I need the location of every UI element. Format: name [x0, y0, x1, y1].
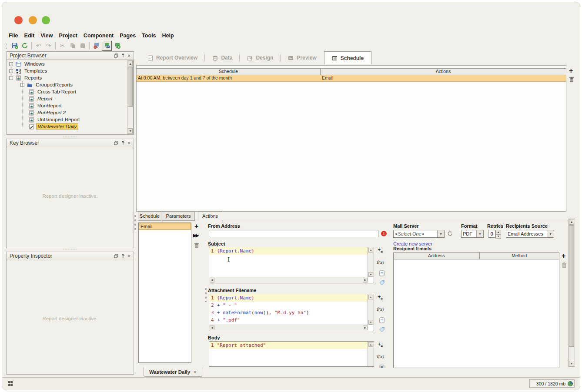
tree-item-templates[interactable]: + Templates: [7, 67, 127, 74]
action-list[interactable]: Email: [138, 223, 191, 363]
expression-doc-icon[interactable]: [378, 270, 386, 276]
comm-off-button[interactable]: [92, 41, 101, 50]
editor-vscrollbar[interactable]: ▲ ▼: [368, 294, 374, 325]
menu-file[interactable]: File: [9, 32, 22, 40]
tree-item-groupedreports[interactable]: + GroupedReports: [7, 81, 127, 88]
editor-vscrollbar[interactable]: ▲: [368, 342, 374, 366]
tree-item-ungrouped-report[interactable]: UnGrouped Report: [7, 116, 127, 123]
attachment-filename-editor[interactable]: 1{Report.Name} 2+ " - " 3+ dateFormat(no…: [209, 294, 374, 331]
float-panel-icon[interactable]: [114, 141, 118, 145]
comm-read-only-button[interactable]: [102, 41, 112, 51]
tab-data[interactable]: Data: [205, 51, 240, 64]
menu-component[interactable]: Component: [84, 32, 117, 40]
scrollbar-thumb[interactable]: [569, 225, 574, 347]
add-action-button[interactable]: +: [194, 223, 198, 230]
refresh-servers-icon[interactable]: [447, 231, 453, 236]
window-close-button[interactable]: [14, 16, 23, 24]
window-zoom-button[interactable]: [42, 16, 50, 24]
tree-item-runreport-2[interactable]: RunReport 2: [7, 109, 127, 116]
retries-value[interactable]: 0: [488, 230, 495, 238]
subtab-parameters[interactable]: Parameters: [162, 212, 195, 221]
close-panel-icon[interactable]: ×: [128, 254, 130, 258]
scroll-up-icon[interactable]: ▲: [368, 295, 373, 299]
tab-design[interactable]: Design: [240, 51, 281, 64]
close-panel-icon[interactable]: ×: [128, 53, 130, 58]
tag-icon[interactable]: [378, 280, 386, 286]
menu-tools[interactable]: Tools: [142, 32, 160, 40]
add-recipient-button[interactable]: +: [562, 252, 565, 259]
tree-item-cross-tab-report[interactable]: Cross Tab Report: [7, 88, 127, 95]
pin-panel-icon[interactable]: [121, 53, 125, 58]
insert-property-icon[interactable]: +=: [376, 247, 385, 254]
menu-view[interactable]: View: [40, 32, 57, 40]
menu-help[interactable]: Help: [162, 32, 178, 40]
function-icon[interactable]: f(x): [376, 307, 385, 312]
tree-scrollbar[interactable]: ▲ ▼: [127, 60, 134, 134]
subtab-schedule[interactable]: Schedule: [138, 212, 161, 221]
document-tab-wastewater-daily[interactable]: Wastewater Daily ×: [144, 367, 202, 377]
scroll-left-icon[interactable]: ◀: [210, 326, 214, 330]
actions-panel-scrollbar[interactable]: ▲ ▼: [568, 219, 575, 367]
tree-item-reports[interactable]: − Reports: [7, 74, 127, 81]
editor-hscrollbar[interactable]: ◀ ▶: [209, 277, 368, 283]
tree-item-runreport[interactable]: RunReport: [7, 102, 127, 109]
recipients-source-dropdown[interactable]: Email Addresses ▼: [506, 230, 554, 238]
pin-panel-icon[interactable]: [121, 254, 125, 258]
scroll-down-icon[interactable]: ▼: [128, 128, 133, 134]
tag-icon[interactable]: [378, 327, 386, 332]
insert-property-icon[interactable]: +=: [376, 341, 385, 348]
memory-indicator[interactable]: 300 / 1820 mb: [529, 379, 575, 388]
retries-spinner[interactable]: 0 ▲ ▼: [488, 230, 501, 238]
expression-doc-icon[interactable]: [378, 317, 386, 323]
property-inspector-header[interactable]: Property Inspector ×: [6, 252, 134, 260]
scroll-right-icon[interactable]: ▶: [363, 278, 368, 282]
delete-schedule-icon[interactable]: [569, 76, 574, 83]
update-project-button[interactable]: [20, 41, 29, 50]
close-panel-icon[interactable]: ×: [128, 141, 130, 145]
scroll-up-icon[interactable]: ▲: [368, 342, 373, 347]
scroll-down-icon[interactable]: ▼: [368, 320, 373, 325]
tab-schedule[interactable]: Schedule: [324, 51, 371, 64]
subject-editor[interactable]: 1{Report.Name} ▲ ▼ ◀ ▶: [209, 247, 374, 283]
scroll-down-icon[interactable]: ▼: [569, 361, 574, 366]
schedule-row[interactable]: At 0:00 AM, between day 1 and 7 of the m…: [137, 75, 566, 82]
scroll-up-icon[interactable]: ▲: [569, 219, 574, 225]
paste-button[interactable]: [78, 41, 87, 50]
splitter-handle[interactable]: ·········: [6, 249, 134, 251]
project-browser-header[interactable]: Project Browser ×: [6, 51, 134, 60]
function-icon[interactable]: f(x): [376, 260, 385, 265]
run-action-button[interactable]: ▶▶: [193, 233, 198, 238]
grid-toggle-icon[interactable]: [8, 381, 13, 386]
body-editor[interactable]: 1"Report attached" ▲: [209, 341, 374, 367]
float-panel-icon[interactable]: [114, 53, 118, 58]
scroll-right-icon[interactable]: ▶: [363, 326, 368, 330]
pin-panel-icon[interactable]: [121, 141, 125, 145]
function-icon[interactable]: f(x): [376, 354, 385, 359]
memory-gc-icon[interactable]: [567, 381, 573, 387]
comm-read-write-button[interactable]: [113, 41, 122, 50]
add-schedule-button[interactable]: +: [569, 67, 573, 74]
recipient-emails-table[interactable]: Address Method: [393, 252, 559, 368]
insert-property-icon[interactable]: +=: [376, 294, 385, 301]
spinner-down-icon[interactable]: ▼: [495, 234, 501, 239]
redo-button[interactable]: ↷: [44, 41, 53, 50]
tree-item-wastewater-daily[interactable]: Wastewater Daily: [7, 123, 127, 130]
column-header-actions[interactable]: Actions: [321, 69, 566, 75]
save-button[interactable]: [10, 41, 19, 50]
copy-button[interactable]: [68, 41, 77, 50]
cut-button[interactable]: ✂: [58, 41, 67, 50]
menu-project[interactable]: Project: [59, 32, 81, 40]
toolbar-grip[interactable]: [6, 42, 8, 50]
scroll-up-icon[interactable]: ▲: [128, 61, 133, 66]
undo-button[interactable]: ↶: [34, 41, 43, 50]
action-list-item-email[interactable]: Email: [139, 223, 191, 230]
window-minimize-button[interactable]: [29, 16, 37, 24]
expression-doc-icon[interactable]: [378, 365, 386, 368]
editor-vscrollbar[interactable]: ▲ ▼: [368, 247, 374, 277]
delete-action-icon[interactable]: [194, 243, 199, 249]
scroll-left-icon[interactable]: ◀: [210, 278, 214, 282]
mail-server-dropdown[interactable]: <Select One> ▼: [393, 230, 445, 238]
menu-edit[interactable]: Edit: [24, 32, 39, 40]
menu-pages[interactable]: Pages: [120, 32, 140, 40]
column-header-method[interactable]: Method: [480, 253, 559, 259]
